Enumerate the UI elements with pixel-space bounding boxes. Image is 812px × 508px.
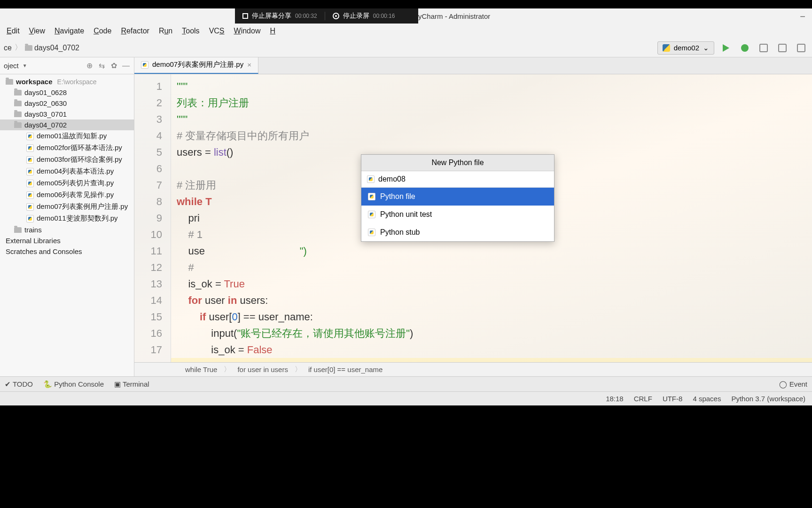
python-file-icon	[26, 215, 34, 222]
tree-file[interactable]: demo03for循环综合案例.py	[0, 154, 134, 166]
debug-button[interactable]	[738, 41, 752, 55]
tree-folder[interactable]: days01_0628	[0, 87, 134, 98]
tree-file[interactable]: demo06列表常见操作.py	[0, 189, 134, 201]
tree-external-libs[interactable]: External Libraries	[0, 235, 134, 246]
run-config-selector[interactable]: demo02 ⌄	[657, 41, 714, 55]
python-file-icon	[26, 133, 34, 140]
new-file-popup: New Python file Python file Python unit …	[361, 154, 554, 242]
menu-tools[interactable]: Tools	[177, 25, 204, 37]
menu-window[interactable]: Window	[229, 25, 265, 37]
profile-button[interactable]	[775, 41, 789, 55]
todo-tab[interactable]: ✔ TODO	[5, 380, 33, 389]
chevron-right-icon: 〉	[295, 365, 302, 374]
python-file-icon	[368, 229, 375, 236]
stop-record-button[interactable]: 停止录屏 00:00:16	[325, 12, 403, 20]
structure-breadcrumb: while True〉 for user in users〉 if user[0…	[134, 362, 812, 376]
tree-file[interactable]: demo02for循环基本语法.py	[0, 142, 134, 154]
filename-input[interactable]	[378, 175, 548, 183]
locate-icon[interactable]: ⊕	[85, 62, 94, 70]
python-file-icon	[367, 175, 375, 183]
terminal-tab[interactable]: ▣ Terminal	[114, 380, 149, 389]
share-time: 00:00:32	[295, 13, 317, 19]
editor: demo07列表案例用户注册.py × 12345678910111213141…	[134, 57, 812, 376]
tree-file[interactable]: demo01温故而知新.py	[0, 130, 134, 142]
python-file-icon	[368, 193, 375, 200]
gutter: 123456789101112131415161718	[134, 74, 171, 362]
nav-toolbar: ce 〉 days04_0702 demo02 ⌄	[0, 39, 812, 57]
bc-item[interactable]: while True	[185, 365, 217, 373]
tool-window-bar: ✔ TODO 🐍 Python Console ▣ Terminal ◯ Eve…	[0, 376, 812, 391]
breadcrumb[interactable]: ce 〉 days04_0702	[4, 43, 79, 53]
folder-icon	[14, 122, 22, 128]
tree-file[interactable]: demo07列表案例用户注册.py	[0, 201, 134, 213]
more-run-button[interactable]	[794, 41, 808, 55]
folder-icon	[14, 111, 22, 117]
menubar: Edit View Navigate Code Refactor Run Too…	[0, 24, 812, 39]
hide-icon[interactable]: —	[122, 62, 130, 70]
window-title: yCharm - Administrator	[418, 12, 490, 20]
crumb-folder: days04_0702	[34, 44, 79, 52]
menu-code[interactable]: Code	[89, 25, 116, 37]
popup-item-unit-test[interactable]: Python unit test	[361, 206, 554, 223]
popup-item-stub[interactable]: Python stub	[361, 223, 554, 241]
line-separator[interactable]: CRLF	[634, 395, 652, 403]
close-icon[interactable]: ×	[247, 61, 251, 69]
menu-edit[interactable]: Edit	[2, 25, 24, 37]
tree-file[interactable]: demo05列表切片查询.py	[0, 177, 134, 189]
tree-file[interactable]: demo011斐波那契数列.py	[0, 213, 134, 224]
python-console-tab[interactable]: 🐍 Python Console	[43, 380, 104, 389]
folder-icon	[14, 90, 22, 95]
record-icon	[333, 13, 339, 19]
popup-item-python-file[interactable]: Python file	[361, 188, 554, 206]
gear-icon[interactable]: ✿	[109, 62, 118, 70]
menu-vcs[interactable]: VCS	[204, 25, 229, 37]
record-time: 00:00:16	[373, 13, 395, 19]
stop-share-label: 停止屏幕分享	[252, 12, 291, 20]
python-file-icon	[26, 168, 34, 175]
tree-file[interactable]: demo04列表基本语法.py	[0, 166, 134, 177]
python-file-icon	[26, 156, 34, 164]
editor-tab[interactable]: demo07列表案例用户注册.py ×	[134, 57, 258, 74]
tree-folder[interactable]: days02_0630	[0, 98, 134, 109]
menu-help[interactable]: H	[265, 25, 280, 37]
dropdown-icon[interactable]: ▼	[23, 63, 27, 68]
minimize-button[interactable]: −	[800, 11, 805, 22]
tree-folder-selected[interactable]: days04_0702	[0, 119, 134, 130]
run-config-name: demo02	[674, 44, 699, 52]
interpreter[interactable]: Python 3.7 (workspace)	[731, 395, 805, 403]
menu-view[interactable]: View	[24, 25, 50, 37]
tree-folder[interactable]: days03_0701	[0, 109, 134, 119]
coverage-button[interactable]	[757, 41, 771, 55]
python-file-icon	[26, 203, 34, 211]
recording-overlay: 停止屏幕分享 00:00:32 停止录屏 00:00:16	[235, 8, 418, 24]
expand-icon[interactable]: ⇆	[97, 62, 106, 70]
menu-navigate[interactable]: Navigate	[50, 25, 89, 37]
python-file-icon	[26, 191, 34, 199]
menu-run[interactable]: Run	[154, 25, 177, 37]
folder-icon	[25, 45, 32, 51]
chevron-right-icon: 〉	[15, 43, 22, 53]
tree-scratches[interactable]: Scratches and Consoles	[0, 246, 134, 257]
python-file-icon	[368, 211, 375, 218]
sidebar-title: oject	[4, 62, 19, 70]
stop-share-button[interactable]: 停止屏幕分享 00:00:32	[235, 12, 325, 20]
stop-record-label: 停止录屏	[343, 12, 369, 20]
tree-workspace[interactable]: workspaceE:\workspace	[0, 76, 134, 87]
encoding[interactable]: UTF-8	[663, 395, 683, 403]
folder-icon	[14, 227, 22, 233]
coverage-icon	[759, 44, 768, 52]
menu-refactor[interactable]: Refactor	[116, 25, 154, 37]
event-log-tab[interactable]: ◯ Event	[779, 380, 807, 389]
tree-folder[interactable]: trains	[0, 224, 134, 235]
folder-icon	[14, 101, 22, 106]
folder-icon	[6, 79, 13, 85]
cursor-position[interactable]: 18:18	[606, 395, 624, 403]
indent[interactable]: 4 spaces	[693, 395, 721, 403]
bc-item[interactable]: if user[0] == user_name	[308, 365, 383, 373]
bc-item[interactable]: for user in users	[237, 365, 288, 373]
run-button[interactable]	[719, 41, 733, 55]
editor-tabs: demo07列表案例用户注册.py ×	[134, 57, 812, 74]
play-icon	[723, 44, 729, 52]
python-icon	[663, 44, 670, 52]
status-bar: 18:18 CRLF UTF-8 4 spaces Python 3.7 (wo…	[0, 391, 812, 405]
